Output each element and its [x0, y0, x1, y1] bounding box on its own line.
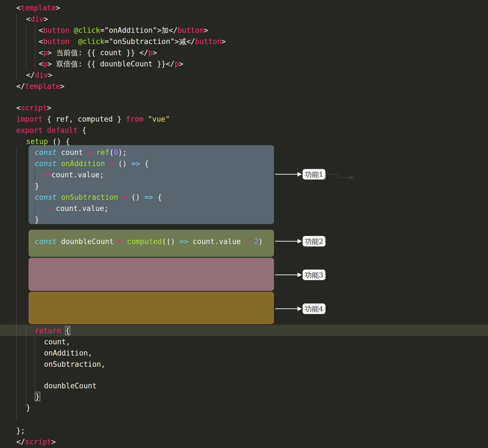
code-line: </template> [16, 81, 64, 92]
code-token: < [39, 26, 43, 34]
code-token: < [39, 60, 43, 68]
code-token: script [25, 438, 51, 446]
code-editor[interactable]: <template><div><button @click="onAdditio… [0, 0, 488, 448]
code-token: p [43, 60, 48, 68]
code-token: = [87, 148, 92, 157]
code-token: default [47, 126, 78, 134]
code-line: export default { [16, 125, 86, 136]
code-token: div [31, 15, 44, 23]
code-token: > [48, 71, 52, 79]
code-token [43, 126, 47, 134]
code-line: const count = ref(0); [35, 147, 127, 158]
code-token: 0 [114, 148, 118, 157]
code-line: const onAddition = () => { [35, 158, 149, 169]
code-line: <p> 当前值: {{ count }} </p> [39, 47, 157, 58]
code-token: ="onAddition">加</ [100, 26, 177, 34]
code-token: setup [26, 137, 48, 146]
code-token: > [221, 37, 226, 46]
code-token: template [21, 4, 56, 12]
code-token [118, 193, 122, 201]
code-token: -- [47, 204, 56, 213]
code-token: const [35, 193, 57, 201]
code-line: }; [16, 425, 25, 436]
code-token: } [26, 403, 31, 412]
code-token: > [56, 4, 60, 12]
code-token: > [44, 15, 48, 23]
code-line: } [26, 402, 31, 413]
code-token [61, 326, 66, 335]
code-token: }; [16, 426, 25, 435]
code-token: const [35, 148, 57, 157]
faint-arrow-line [326, 174, 349, 178]
code-token: * [245, 237, 250, 246]
code-token: } [35, 182, 39, 190]
code-token: const [35, 237, 57, 246]
code-line: <button @click="onSubtraction">减</button… [39, 36, 226, 47]
code-line: </script> [16, 436, 56, 447]
code-token: { [140, 159, 149, 168]
code-token: () [114, 159, 131, 168]
code-token [143, 115, 148, 123]
code-line: setup () { [26, 136, 70, 147]
indent-guide [26, 147, 26, 224]
code-token: div [35, 71, 48, 79]
code-token: > [204, 26, 208, 34]
code-token [105, 159, 109, 168]
indent-guide [35, 336, 35, 397]
code-line: <p> 双倍值: {{ dounbleCount }}</p> [39, 58, 183, 69]
code-token: import [16, 115, 43, 123]
code-line: import { ref, computed } from "vue" [16, 113, 170, 125]
highlight-block-4 [29, 292, 274, 324]
code-token: count [57, 148, 87, 157]
code-token: => [144, 193, 153, 201]
code-token: onAddition [61, 159, 105, 168]
code-token: @click [74, 26, 100, 34]
indent-guide [26, 325, 26, 408]
arrowhead-icon [298, 172, 302, 177]
code-token: return [35, 326, 61, 335]
code-token [250, 237, 254, 246]
code-token: script [21, 104, 47, 112]
annotation-label-2: 功能2 [303, 236, 326, 247]
code-token: > [153, 48, 157, 57]
code-line: <script> [16, 102, 51, 113]
code-token: @click [78, 37, 104, 46]
code-line: --count.value; [47, 203, 108, 214]
code-token: ( [109, 148, 114, 157]
code-token [92, 148, 96, 157]
code-token: onAddition, [44, 349, 92, 357]
code-token: </ [26, 71, 35, 79]
code-token: count.value [188, 237, 245, 246]
code-token: } [35, 215, 39, 224]
code-token: onSubtraction, [44, 360, 105, 368]
code-token: ="onSubtraction">减</ [104, 37, 195, 46]
code-token: < [16, 4, 21, 12]
arrowhead-icon [298, 239, 302, 243]
indent-guide [35, 169, 35, 180]
code-line: <div> [26, 13, 48, 25]
code-token: p [175, 60, 179, 68]
code-token: < [39, 37, 43, 46]
code-line: } [35, 391, 40, 402]
matched-bracket: { [66, 326, 70, 335]
code-token [122, 237, 127, 246]
arrowhead-icon [298, 307, 302, 311]
code-token: > [51, 438, 56, 446]
code-token: computed [127, 237, 162, 246]
code-token: > 双倍值: {{ dounbleCount }}</ [47, 60, 175, 68]
code-token: </ [16, 438, 25, 446]
annotation-label-4: 功能4 [303, 303, 326, 314]
code-token: < [16, 104, 21, 112]
indent-guide [16, 13, 17, 80]
code-token: button [195, 37, 221, 46]
code-token: button [178, 26, 204, 34]
code-line: } [35, 180, 39, 192]
code-token: < [26, 15, 31, 23]
code-token: count.value; [56, 204, 108, 213]
code-line: const dounbleCount = computed(() => coun… [35, 236, 263, 247]
code-token: (() [162, 237, 180, 246]
code-token: { [78, 126, 86, 134]
highlight-block-3 [29, 258, 274, 291]
annotation-label-1: 功能1 [303, 169, 326, 180]
code-token: => [180, 237, 188, 246]
